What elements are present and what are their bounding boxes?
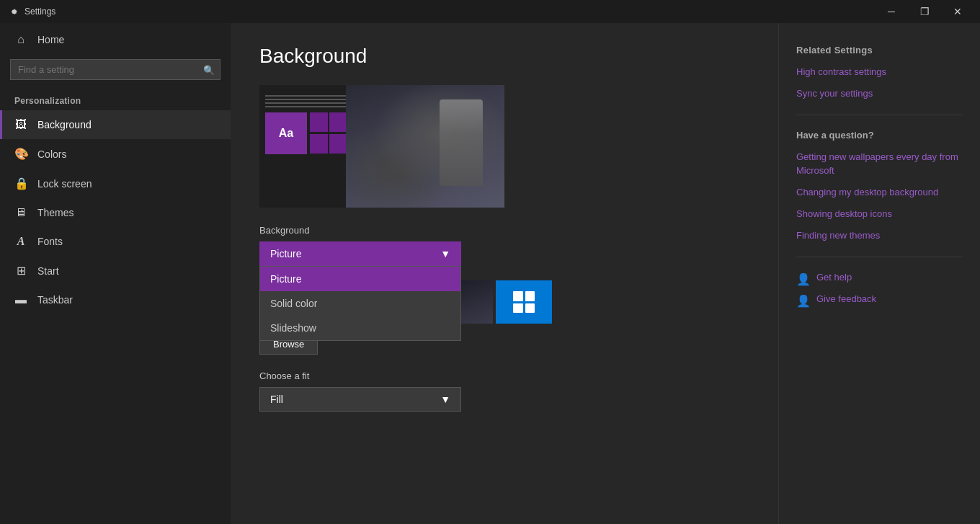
preview-tile-sm1 [310, 112, 328, 132]
fit-dropdown-arrow: ▼ [440, 394, 450, 405]
give-feedback-icon: 👤 [796, 294, 811, 308]
dropdown-list: Picture Solid color Slideshow [259, 266, 461, 341]
get-help-item[interactable]: 👤 Get help [796, 272, 963, 286]
question-link-wallpapers[interactable]: Getting new wallpapers every day from Mi… [796, 151, 963, 177]
sidebar-section-label: Personalization [0, 89, 231, 110]
preview-figure [440, 99, 483, 186]
desktop-preview: Aa [259, 85, 504, 208]
have-question-title: Have a question? [796, 130, 963, 141]
preview-tile-aa: Aa [265, 112, 307, 154]
sidebar-item-colors[interactable]: 🎨 Colors [0, 139, 231, 169]
sidebar-search: 🔍 [10, 59, 220, 80]
minimize-button[interactable]: ─ [875, 0, 908, 23]
themes-icon: 🖥 [14, 206, 27, 219]
title-bar-left: Settings [9, 6, 55, 17]
search-input[interactable] [10, 59, 220, 80]
fit-value: Fill [270, 394, 283, 405]
lock-icon: 🔒 [14, 177, 27, 190]
fonts-icon: A [14, 235, 27, 248]
start-icon: ⊞ [14, 264, 27, 277]
sidebar-item-label-themes: Themes [37, 207, 74, 218]
choose-fit-label: Choose a fit [259, 370, 749, 381]
thumb-5[interactable] [496, 280, 552, 324]
settings-icon [9, 6, 19, 17]
fit-dropdown[interactable]: Fill ▼ [259, 387, 461, 412]
dropdown-option-solid-color[interactable]: Solid color [260, 291, 460, 316]
preview-tile-sm4 [329, 134, 347, 154]
related-settings-title: Related Settings [796, 45, 963, 55]
get-help-label: Get help [816, 272, 852, 283]
question-link-change-bg[interactable]: Changing my desktop background [796, 186, 963, 199]
dropdown-option-picture[interactable]: Picture [260, 267, 460, 291]
question-link-new-themes[interactable]: Finding new themes [796, 229, 963, 242]
sidebar-item-start[interactable]: ⊞ Start [0, 256, 231, 285]
taskbar-icon: ▬ [14, 293, 27, 306]
get-help-icon: 👤 [796, 272, 811, 286]
give-feedback-label: Give feedback [816, 293, 876, 304]
preview-tiles-area: Aa [259, 85, 353, 208]
app-body: ⌂ Home 🔍 Personalization 🖼 Background 🎨 … [0, 23, 980, 524]
question-link-desktop-icons[interactable]: Showing desktop icons [796, 208, 963, 221]
maximize-button[interactable]: ❐ [908, 0, 941, 23]
search-icon: 🔍 [203, 64, 215, 75]
sidebar: ⌂ Home 🔍 Personalization 🖼 Background 🎨 … [0, 23, 231, 524]
sidebar-item-label-start: Start [37, 265, 59, 277]
close-button[interactable]: ✕ [941, 0, 974, 23]
related-link-high-contrast[interactable]: High contrast settings [796, 66, 963, 79]
sidebar-item-background[interactable]: 🖼 Background [0, 110, 231, 139]
dropdown-option-slideshow[interactable]: Slideshow [260, 316, 460, 340]
home-icon: ⌂ [14, 33, 27, 46]
sidebar-item-label-background: Background [37, 119, 92, 130]
colors-icon: 🎨 [14, 147, 27, 161]
divider [796, 115, 963, 115]
title-bar-title: Settings [24, 6, 55, 17]
background-dropdown[interactable]: Picture ▼ Picture Solid color Slideshow [259, 241, 461, 266]
dropdown-selected-label: Picture [270, 248, 302, 259]
background-section-label: Background [259, 225, 749, 236]
right-panel: Related Settings High contrast settings … [778, 23, 980, 524]
dropdown-selected[interactable]: Picture ▼ [259, 241, 461, 266]
sidebar-item-label-lock: Lock screen [37, 178, 92, 190]
dropdown-arrow-icon: ▼ [440, 248, 450, 259]
sidebar-item-home[interactable]: ⌂ Home [0, 23, 231, 56]
sidebar-item-lock-screen[interactable]: 🔒 Lock screen [0, 169, 231, 198]
give-feedback-item[interactable]: 👤 Give feedback [796, 293, 963, 308]
title-bar: Settings ─ ❐ ✕ [0, 0, 980, 23]
sidebar-item-fonts[interactable]: A Fonts [0, 227, 231, 256]
windows-logo [513, 291, 535, 313]
sidebar-item-label-colors: Colors [37, 148, 66, 160]
sidebar-item-label-fonts: Fonts [37, 236, 63, 247]
preview-tile-sm3 [310, 134, 328, 154]
sidebar-item-taskbar[interactable]: ▬ Taskbar [0, 285, 231, 314]
sidebar-home-label: Home [37, 34, 64, 45]
background-icon: 🖼 [14, 118, 27, 131]
sidebar-item-label-taskbar: Taskbar [37, 294, 73, 306]
preview-tile-sm2 [329, 112, 347, 132]
main-content: Background [231, 23, 778, 524]
page-title: Background [259, 45, 749, 68]
title-bar-controls: ─ ❐ ✕ [875, 0, 974, 23]
related-link-sync[interactable]: Sync your settings [796, 87, 963, 100]
preview-wallpaper [346, 85, 504, 208]
sidebar-item-themes[interactable]: 🖥 Themes [0, 198, 231, 227]
divider-2 [796, 257, 963, 257]
